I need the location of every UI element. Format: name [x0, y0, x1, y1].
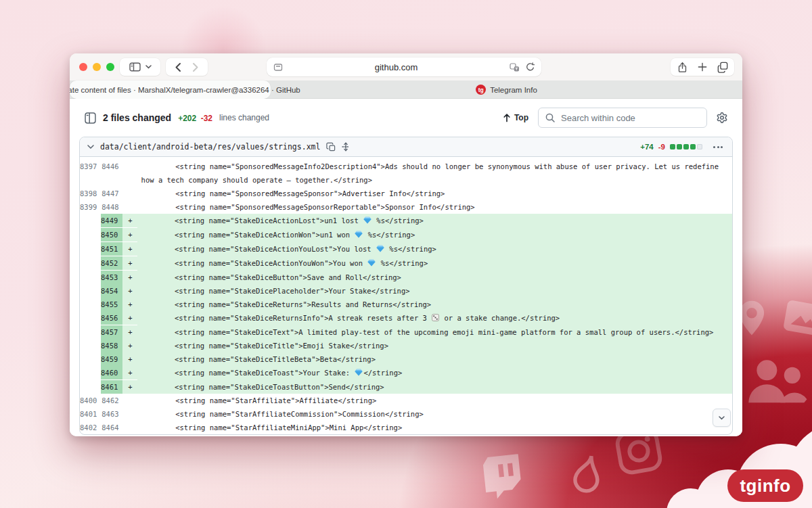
- sidebar-icon: [129, 62, 141, 72]
- scroll-to-top-button[interactable]: Top: [503, 113, 528, 122]
- new-line-number[interactable]: 8463: [102, 407, 123, 421]
- code-line: <string name="SponsoredMessageSponsor">A…: [139, 187, 732, 200]
- diff-row: 8457+ <string name="StakeDiceText">A lim…: [80, 325, 732, 339]
- new-line-number[interactable]: 8464: [102, 421, 123, 434]
- people-icon: [744, 350, 812, 415]
- forward-button[interactable]: [192, 62, 199, 72]
- diff-row: 8458+ <string name="StakeDiceTitle">Emoj…: [80, 339, 732, 352]
- new-line-number[interactable]: 8447: [102, 187, 123, 200]
- diffstat-blocks: [670, 144, 702, 149]
- new-line-number[interactable]: 8460: [101, 366, 122, 379]
- tab-overview-icon[interactable]: [717, 62, 728, 73]
- drag-move-icon[interactable]: [342, 142, 350, 152]
- zoom-window-button[interactable]: [106, 63, 114, 71]
- chevron-down-icon: [145, 65, 152, 69]
- search-input[interactable]: [560, 112, 700, 124]
- tginfo-logo-badge: tginfo: [727, 469, 803, 502]
- new-line-number[interactable]: 8457: [101, 325, 122, 339]
- address-bar[interactable]: github.com: [267, 57, 541, 76]
- new-line-number[interactable]: 8446: [102, 160, 123, 173]
- navigation-buttons: [166, 58, 208, 76]
- file-diff-panel: data/client/android-beta/res/values/stri…: [79, 137, 733, 435]
- code-line: <string name="SponsoredMessageSponsorRep…: [139, 200, 732, 214]
- code-line: <string name="StakeDiceReturns">Results …: [137, 298, 732, 311]
- new-line-number[interactable]: 8455: [101, 298, 122, 311]
- diff-row: 83988447 <string name="SponsoredMessageS…: [80, 187, 732, 200]
- file-path[interactable]: data/client/android-beta/res/values/stri…: [100, 142, 320, 152]
- code-line: <string name="StakeDiceActionYouLost">Yo…: [137, 242, 732, 256]
- new-line-number[interactable]: 8451: [101, 242, 122, 256]
- code-line: <string name="StarAffiliateCommission">C…: [139, 407, 732, 421]
- diff-row: 8451+ <string name="StakeDiceActionYouLo…: [80, 242, 732, 256]
- new-line-number[interactable]: 8459: [101, 352, 122, 366]
- old-line-number[interactable]: 8400: [80, 394, 102, 407]
- code-line: <string name="StakeDicePlaceholder">Your…: [137, 284, 732, 298]
- gem-icon: [376, 243, 384, 256]
- minimize-window-button[interactable]: [93, 63, 101, 71]
- close-window-button[interactable]: [79, 63, 87, 71]
- tab-telegram-info[interactable]: tg Telegram Info: [271, 80, 742, 99]
- file-tree-toggle-icon[interactable]: [85, 112, 96, 124]
- diffstat-added-block: [690, 144, 696, 149]
- lines-changed-label: lines changed: [219, 113, 269, 122]
- diff-marker: +: [122, 271, 137, 284]
- reload-icon[interactable]: [526, 62, 535, 72]
- new-line-number[interactable]: 8454: [101, 284, 122, 298]
- back-button[interactable]: [175, 62, 181, 72]
- file-deletions: -9: [658, 143, 665, 151]
- code-line: <string name="StakeDiceText">A limited p…: [137, 325, 732, 339]
- diffstat-added-block: [670, 144, 675, 149]
- new-line-number[interactable]: 8461: [101, 380, 122, 394]
- diff-marker: +: [122, 242, 137, 256]
- sidebar-toggle-group[interactable]: [120, 58, 160, 76]
- new-line-number[interactable]: 8458: [101, 339, 122, 352]
- diff-marker: +: [122, 352, 137, 366]
- code-line: <string name="StakeDiceReturnsInfo">A st…: [137, 311, 732, 325]
- search-within-code[interactable]: [538, 108, 707, 128]
- gem-icon: [355, 367, 363, 380]
- file-options-kebab-icon[interactable]: [711, 144, 725, 150]
- diff-marker: +: [122, 298, 137, 311]
- diff-row: 8456+ <string name="StakeDiceReturnsInfo…: [80, 311, 732, 325]
- file-header: data/client/android-beta/res/values/stri…: [80, 137, 732, 157]
- files-changed-title: 2 files changed: [103, 112, 171, 123]
- browser-toolbar: github.com: [70, 53, 742, 80]
- new-line-number[interactable]: 8450: [101, 228, 122, 241]
- old-line-number[interactable]: 8399: [80, 200, 102, 214]
- expand-down-button[interactable]: [713, 409, 731, 427]
- page-format-icon[interactable]: [273, 63, 283, 72]
- diff-row: 8459+ <string name="StakeDiceTitleBeta">…: [80, 352, 732, 366]
- new-line-number[interactable]: 8453: [101, 271, 122, 284]
- translate-icon[interactable]: [510, 63, 520, 72]
- copy-path-icon[interactable]: [326, 142, 336, 152]
- diff-marker: +: [122, 214, 137, 227]
- diff-marker: +: [122, 256, 137, 270]
- new-line-number[interactable]: 8448: [102, 200, 123, 214]
- new-tab-icon[interactable]: [698, 62, 707, 72]
- url-text: github.com: [283, 62, 510, 72]
- code-line: <string name="SponsoredMessageInfo2Descr…: [139, 160, 732, 187]
- tab-github[interactable]: Update content of files · MarshalX/teleg…: [70, 80, 271, 99]
- diff-marker: +: [122, 325, 137, 339]
- collapse-file-icon[interactable]: [87, 145, 94, 149]
- diffstat-added-block: [683, 144, 689, 149]
- old-line-number[interactable]: 8401: [80, 407, 102, 421]
- diff-row: 8450+ <string name="StakeDiceActionWon">…: [80, 228, 732, 242]
- new-line-number[interactable]: 8456: [101, 311, 122, 325]
- new-line-number[interactable]: 8462: [102, 394, 123, 407]
- share-icon[interactable]: [677, 62, 687, 73]
- old-line-number[interactable]: 8402: [80, 421, 102, 434]
- code-line: <string name="StarAffiliateMiniApp">Mini…: [139, 421, 732, 434]
- new-line-number[interactable]: 8452: [101, 256, 122, 270]
- old-line-number[interactable]: 8398: [80, 187, 102, 200]
- diff-marker: +: [122, 228, 137, 241]
- gem-icon: [355, 229, 363, 242]
- toolbar-right-buttons: [671, 58, 734, 76]
- code-line: <string name="StakeDiceActionWon">un1 wo…: [137, 228, 732, 242]
- tab-title: Telegram Info: [490, 86, 537, 94]
- new-line-number[interactable]: 8449: [101, 214, 122, 227]
- tginfo-label: tginfo: [740, 476, 790, 497]
- gear-icon[interactable]: [717, 112, 727, 123]
- old-line-number[interactable]: 8397: [80, 160, 102, 173]
- diff-marker: +: [122, 366, 137, 379]
